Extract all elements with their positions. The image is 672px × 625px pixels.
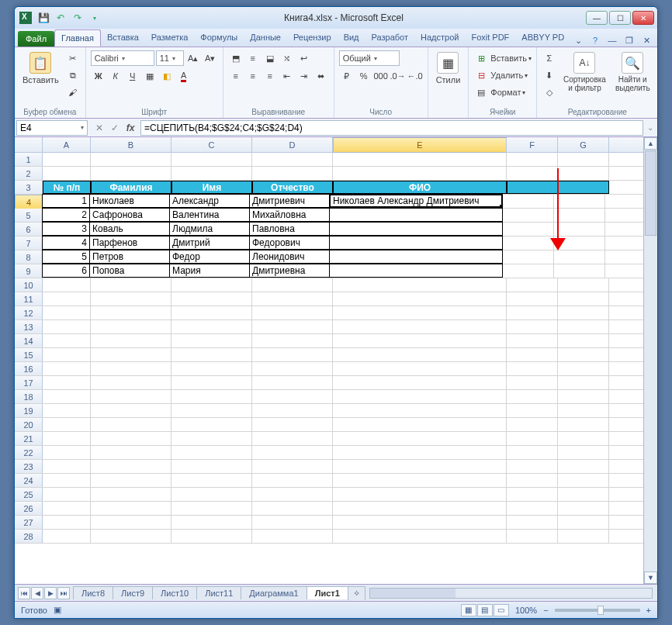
cell-G20[interactable] [558,418,609,431]
tab-вид[interactable]: Вид [338,29,365,47]
cell-G24[interactable] [558,474,609,487]
save-button[interactable]: 💾 [36,11,50,25]
cell-F13[interactable] [507,320,558,333]
cell-A17[interactable] [43,376,91,389]
mdi-minimize-icon[interactable]: — [606,34,618,47]
cell-E16[interactable] [333,362,507,375]
row-header[interactable]: 12 [15,306,43,319]
cell-B1[interactable] [91,153,171,166]
cell-E8[interactable] [329,250,503,264]
cell-E18[interactable] [333,390,507,403]
tab-foxit pdf[interactable]: Foxit PDF [465,29,515,47]
cell-A28[interactable] [43,530,91,543]
cell-D15[interactable] [252,348,333,361]
cell-E9[interactable] [329,264,503,278]
row-header[interactable]: 20 [15,418,43,431]
cell-B21[interactable] [91,432,171,445]
row-header[interactable]: 5 [15,209,43,222]
cell-F1[interactable] [507,153,558,166]
cell-C15[interactable] [171,348,252,361]
cell-C2[interactable] [171,167,252,180]
cell-F20[interactable] [507,418,558,431]
cell-A26[interactable] [43,502,91,515]
cell-F4[interactable] [503,195,554,208]
fill-handle[interactable] [500,205,503,208]
row-header[interactable]: 13 [15,320,43,333]
cell-B19[interactable] [91,404,171,417]
cell-A19[interactable] [43,404,91,417]
tab-вставка[interactable]: Вставка [101,29,145,47]
cell-F11[interactable] [507,292,558,306]
cell-F8[interactable] [503,250,554,264]
row-header[interactable]: 7 [15,237,43,250]
row-header[interactable]: 23 [15,460,43,473]
cell-C22[interactable] [171,446,252,459]
enter-formula-icon[interactable]: ✓ [108,121,122,135]
align-top-button[interactable]: ⬒ [228,50,244,66]
font-size-select[interactable]: 11▾ [156,50,184,66]
cell-E25[interactable] [333,488,507,501]
cell-C1[interactable] [171,153,252,166]
cell-D6[interactable]: Павловна [249,222,330,236]
paste-button[interactable]: 📋 Вставить [19,50,62,86]
row-header[interactable]: 27 [15,516,43,529]
cell-E14[interactable] [333,334,507,347]
cell-D5[interactable]: Михайловна [249,208,330,222]
cell-A12[interactable] [43,306,91,319]
row-header[interactable]: 28 [15,530,43,543]
cell-F21[interactable] [507,432,558,445]
row-header[interactable]: 25 [15,488,43,501]
formula-bar[interactable]: =СЦЕПИТЬ(B4;$G$24;C4;$G$24;D4) [140,120,643,136]
cell-C4[interactable]: Александр [169,194,250,208]
minimize-ribbon-icon[interactable]: ⌄ [572,34,584,47]
cell-F24[interactable] [507,474,558,487]
cell-F17[interactable] [507,376,558,389]
copy-button[interactable]: ⧉ [65,67,81,83]
cell-G8[interactable] [554,250,605,264]
cell-G16[interactable] [558,362,609,375]
scroll-down-button[interactable]: ▼ [644,571,657,584]
cell-E7[interactable] [329,236,503,250]
cell-D2[interactable] [252,167,333,180]
cell-D19[interactable] [252,404,333,417]
cell-E19[interactable] [333,404,507,417]
bold-button[interactable]: Ж [91,68,106,84]
cell-A25[interactable] [43,488,91,501]
zoom-out-button[interactable]: − [543,606,548,615]
cell-B18[interactable] [91,390,171,403]
cell-C9[interactable]: Мария [169,264,250,278]
new-sheet-button[interactable]: ✧ [348,586,365,600]
cell-E17[interactable] [333,376,507,389]
cell-B9[interactable]: Попова [89,264,170,278]
tab-надстрой[interactable]: Надстрой [414,29,465,47]
cell-E24[interactable] [333,474,507,487]
cell-C18[interactable] [171,390,252,403]
cell-E13[interactable] [333,320,507,333]
select-all-corner[interactable] [15,137,43,152]
column-header-C[interactable]: C [171,137,252,152]
sort-filter-button[interactable]: A↓ Сортировка и фильтр [560,50,609,94]
cell-C21[interactable] [171,432,252,445]
sheet-tab-Лист11[interactable]: Лист11 [196,586,241,599]
cell-F15[interactable] [507,348,558,361]
cell-E12[interactable] [333,306,507,319]
align-middle-button[interactable]: ≡ [245,50,261,66]
cell-D20[interactable] [252,418,333,431]
cell-G6[interactable] [554,223,605,236]
cell-F7[interactable] [503,237,554,250]
cell-G25[interactable] [558,488,609,501]
sheet-tab-Лист9[interactable]: Лист9 [113,586,153,599]
cell-D27[interactable] [252,516,333,529]
vscroll-thumb[interactable] [645,150,656,236]
sheet-tab-Лист1[interactable]: Лист1 [307,586,348,599]
cell-F23[interactable] [507,460,558,473]
cell-F6[interactable] [503,223,554,236]
cell-B24[interactable] [91,474,171,487]
row-header[interactable]: 14 [15,334,43,347]
cell-B4[interactable]: Николаев [89,194,170,208]
cell-E22[interactable] [333,446,507,459]
row-header[interactable]: 11 [15,292,43,306]
fill-color-button[interactable]: ◧ [159,68,175,84]
cell-D1[interactable] [252,153,333,166]
cell-A1[interactable] [43,153,91,166]
